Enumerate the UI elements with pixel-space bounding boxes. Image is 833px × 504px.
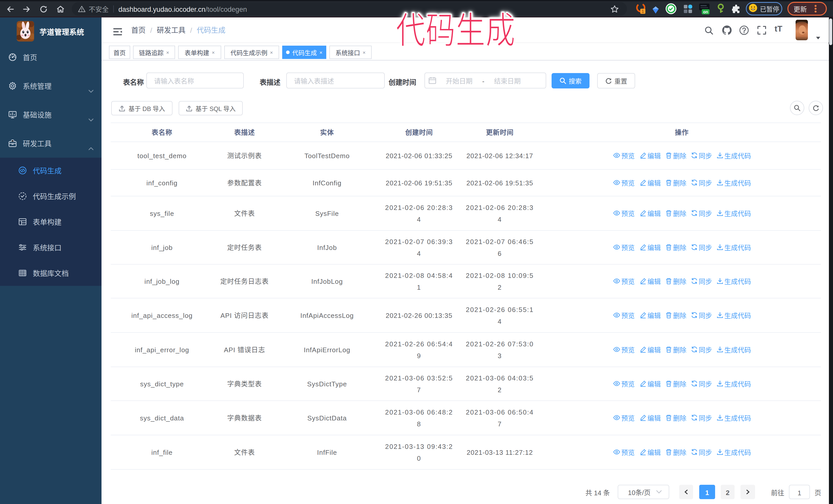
svg-text:on: on [703,10,708,14]
svg-text:1: 1 [642,9,644,14]
